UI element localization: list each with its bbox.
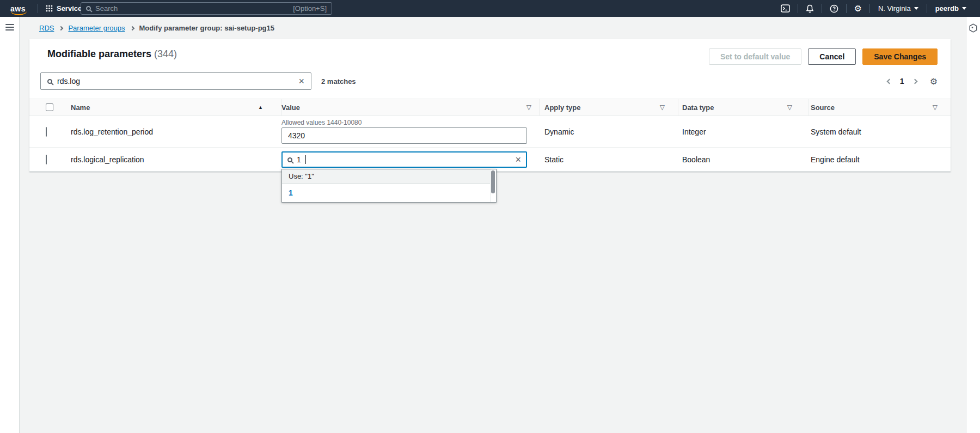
left-navigation-collapsed [0,17,20,433]
next-page-icon[interactable] [912,78,917,84]
source-cell: Engine default [808,155,940,164]
table-row: rds.log_retention_period Allowed values … [29,116,951,148]
clear-value-icon[interactable]: × [515,155,521,164]
search-shortcut-hint: [Option+S] [293,4,327,13]
gear-icon: ⚙ [854,4,862,13]
page-title: Modifiable parameters (344) [47,48,177,60]
apply-type-cell: Static [539,155,678,164]
row-checkbox[interactable] [46,155,47,164]
row-checkbox[interactable] [46,127,47,137]
divider [869,4,870,13]
text-cursor [305,155,306,164]
column-header-data-type[interactable]: Data type ▽ [678,99,808,115]
notifications-button[interactable] [799,4,820,13]
search-icon [47,79,52,84]
dropdown-use-entry[interactable]: Use: "1" [282,169,496,184]
right-panel-collapsed [966,17,980,433]
hexagon-resource-icon [969,23,978,33]
column-header-apply-type[interactable]: Apply type ▽ [539,99,678,115]
parameter-count: (344) [154,48,177,59]
top-navigation-bar: aws Services Search [Option+S] [0,0,980,17]
divider [798,4,798,13]
value-cell: Allowed values 1440-10080 [281,116,539,147]
modifiable-parameters-panel: Modifiable parameters (344) Set to defau… [29,39,951,172]
grid-icon [46,5,53,12]
services-menu-button[interactable]: Services [46,4,86,13]
select-all-checkbox[interactable] [46,103,53,111]
column-header-value[interactable]: Value ▽ [281,99,539,115]
filter-query-text: rds.log [57,77,293,86]
autocomplete-dropdown: Use: "1" 1 [281,169,497,203]
settings-button[interactable]: ⚙ [848,4,868,13]
data-type-cell: Boolean [678,155,808,164]
cancel-button[interactable]: Cancel [808,48,856,65]
dropdown-option-1[interactable]: 1 [282,184,496,202]
dropdown-scrollbar[interactable] [490,169,496,202]
global-search-input[interactable]: Search [Option+S] [81,2,332,15]
filter-icon[interactable]: ▽ [526,103,531,111]
parameter-name: rds.log_retention_period [61,127,281,136]
value-cell: 1 × Use: "1" 1 [281,148,539,171]
previous-page-icon[interactable] [886,78,892,84]
breadcrumb-rds-link[interactable]: RDS [39,24,54,32]
search-icon [287,157,292,162]
pagination: 1 [887,77,917,86]
data-type-cell: Integer [678,127,808,136]
source-cell: System default [808,127,940,136]
divider [927,4,927,13]
aws-logo[interactable]: aws [10,4,26,13]
help-icon [830,4,838,13]
chevron-right-icon [130,26,134,31]
divider [846,4,847,13]
chevron-down-icon [914,7,918,10]
column-header-source[interactable]: Source ▽ [808,99,940,115]
chevron-down-icon [962,7,966,10]
save-changes-button[interactable]: Save Changes [862,48,938,65]
region-selector[interactable]: N. Virginia [871,4,926,13]
scrollbar-thumb[interactable] [491,170,495,193]
divider [38,4,38,13]
apply-type-cell: Dynamic [539,127,678,136]
allowed-values-hint: Allowed values 1440-10080 [281,119,527,126]
match-count: 2 matches [321,77,356,86]
side-panel-toggle[interactable] [969,23,978,433]
parameter-filter-input[interactable]: rds.log × [40,72,311,90]
column-header-name[interactable]: Name ▲ [61,99,281,115]
help-button[interactable] [823,4,845,13]
filter-icon[interactable]: ▽ [660,103,665,111]
chevron-right-icon [59,26,63,31]
sort-ascending-icon: ▲ [258,105,263,110]
table-preferences-gear-icon[interactable]: ⚙ [930,76,938,87]
value-autocomplete-input[interactable]: 1 × [281,151,527,168]
table-header-row: Name ▲ Value ▽ Apply type ▽ Data type ▽ … [29,99,951,116]
topbar-right-cluster: ⚙ N. Virginia peerdb [774,0,973,17]
cloudshell-button[interactable] [774,4,797,13]
filter-icon[interactable]: ▽ [933,103,938,111]
account-label: peerdb [935,4,959,13]
search-icon [86,6,91,11]
current-page-number[interactable]: 1 [900,77,904,86]
breadcrumb: RDS Parameter groups Modify parameter gr… [39,24,274,32]
clear-filter-icon[interactable]: × [298,76,304,86]
region-label: N. Virginia [878,4,911,13]
table-row: rds.logical_replication 1 × Use: "1" 1 S… [29,148,951,172]
breadcrumb-current-page: Modify parameter group: sai-setup-pg15 [139,24,274,32]
parameter-name: rds.logical_replication [61,155,281,164]
bell-icon [806,4,814,13]
filter-icon[interactable]: ▽ [787,103,792,111]
hamburger-menu-icon[interactable] [5,24,14,31]
set-to-default-button[interactable]: Set to default value [709,48,801,65]
cloudshell-icon [781,4,790,13]
value-input[interactable] [281,127,527,144]
parameters-table: Name ▲ Value ▽ Apply type ▽ Data type ▽ … [29,99,951,172]
divider [822,4,822,13]
autocomplete-value-text: 1 [297,155,301,164]
account-menu[interactable]: peerdb [928,4,973,13]
search-placeholder: Search [95,4,289,13]
breadcrumb-parameter-groups-link[interactable]: Parameter groups [68,24,125,32]
